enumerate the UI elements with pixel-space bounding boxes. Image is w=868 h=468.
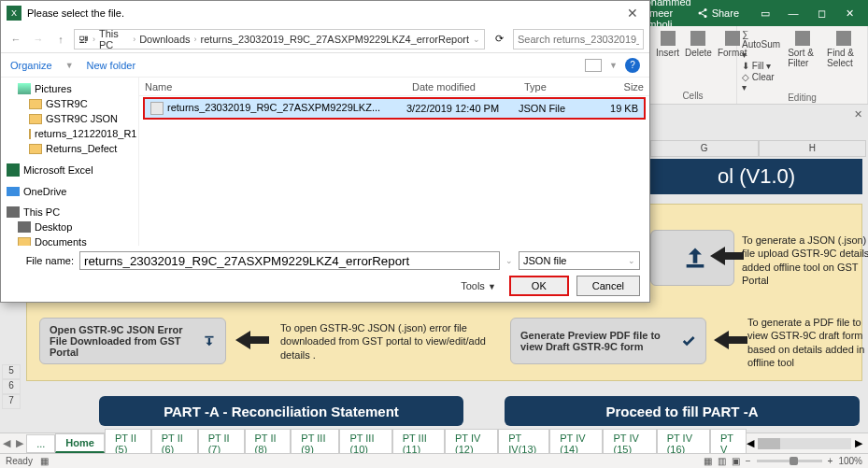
folder-icon [7,206,20,218]
maximize-icon[interactable]: ◻ [808,4,834,22]
scroll-left[interactable]: ◀ [747,437,754,449]
tab[interactable]: ... [26,434,55,453]
upload-desc: To generate a JSON (.json) file upload G… [742,234,868,287]
file-list: Name Date modified Type Size returns_230… [139,78,649,246]
folder-icon [29,114,42,124]
tree-item[interactable]: Desktop [3,220,136,234]
help-icon[interactable]: ? [625,58,640,73]
checkmark-icon [681,328,696,354]
dialog-title: Please select the file. [27,7,124,19]
col-size[interactable]: Size [593,81,649,92]
tree-item[interactable]: GSTR9C JSON [3,111,136,126]
row-numbers: 5 6 7 [2,364,21,409]
open-desc: To open GSTR-9C JSON (.json) error file … [280,321,495,362]
folder-icon [18,237,31,247]
file-icon [150,102,164,115]
tab-home[interactable]: Home [55,433,105,453]
zoom-out[interactable]: − [746,456,751,466]
share-button[interactable]: Share [691,6,745,21]
folder-icon [7,187,20,196]
folder-icon [29,99,42,109]
tree-item[interactable]: GSTR9C [3,96,136,111]
clear-button[interactable]: ◇ Clear ▾ [742,72,780,92]
tool-banner: ol (V1.0) [650,159,862,194]
zoom-slider[interactable] [757,460,822,462]
arrow-icon [714,331,747,349]
nav-up-icon[interactable]: ↑ [51,30,70,49]
proceed-button[interactable]: Proceed to fill PART -A [505,396,860,426]
svg-rect-3 [687,264,704,268]
folder-icon [7,163,20,177]
fill-button[interactable]: ⬇ Fill ▾ [742,61,780,71]
status-bar: Ready ▦ ▦ ▥ ▣ − + 100% [0,453,868,468]
close-workbook-icon[interactable]: ✕ [851,108,864,121]
folder-icon [18,221,31,233]
view-options-icon[interactable] [585,59,602,72]
minimize-icon[interactable]: — [780,4,806,22]
close-icon[interactable]: ✕ [621,6,644,21]
chevron-down-icon[interactable]: ⌄ [473,35,480,44]
tab-nav-next[interactable]: ▶ [13,437,26,449]
scroll-right[interactable]: ▶ [855,437,862,449]
part-a-header: PART -A - Reconciliation Statement [99,396,463,426]
open-json-error-tile[interactable]: Open GSTR-9C JSON Error File Downloaded … [39,318,226,364]
tab-nav-prev[interactable]: ◀ [0,437,13,449]
generate-pdf-tile[interactable]: Generate Preview PDF file to view Draft … [510,318,706,364]
tree-item[interactable]: returns_12122018_R1_07A [3,126,136,141]
tools-menu[interactable]: Tools ▼ [461,280,496,291]
ribbon-options-icon[interactable]: ▭ [752,4,778,22]
folder-icon [29,144,42,154]
excel-titlebar: Mohammed Sameer Tamboli Share ▭ — ◻ ✕ [649,0,868,26]
zoom-level[interactable]: 100% [838,456,862,466]
arrow-icon [710,247,744,265]
tree-item[interactable]: Microsoft Excel [3,162,136,178]
col-name[interactable]: Name [139,81,406,92]
view-layout-icon[interactable]: ▥ [718,456,726,466]
pc-icon: 🖳 [78,34,89,45]
share-icon [697,7,708,19]
sort-filter-button[interactable]: Sort & Filter [786,29,819,92]
nav-back-icon[interactable]: ← [7,30,25,49]
view-normal-icon[interactable]: ▦ [704,456,712,466]
col-date[interactable]: Date modified [406,81,519,92]
find-select-button[interactable]: Find & Select [825,29,862,92]
new-folder-button[interactable]: New folder [87,60,136,71]
breadcrumb[interactable]: 🖳› This PC› Downloads› returns_23032019_… [74,29,485,50]
close-window-icon[interactable]: ✕ [836,4,862,22]
insert-button[interactable]: Insert [654,29,681,60]
ribbon: Insert Delete Format Cells ∑ AutoSum ▾ ⬇… [649,26,868,105]
gen-desc: To generate a PDF file to view GSTR-9C d… [747,316,868,369]
download-icon [203,328,216,354]
nav-forward-icon[interactable]: → [29,30,48,49]
tree-item[interactable]: OneDrive [3,184,136,199]
cancel-button[interactable]: Cancel [576,276,640,296]
delete-button[interactable]: Delete [683,29,714,60]
h-scrollbar[interactable] [758,438,851,449]
tree-item[interactable]: Documents [3,234,136,246]
filename-input[interactable] [79,251,500,270]
excel-icon: X [7,6,21,21]
filename-label: File name: [10,255,74,266]
column-headers: G H [650,140,866,157]
tree-item[interactable]: Returns_Defect [3,141,136,156]
folder-icon [29,129,31,139]
autosum-button[interactable]: ∑ AutoSum ▾ [742,29,780,60]
file-row[interactable]: returns_23032019_R9C_27ASXPM9229LKZ... 3… [145,99,644,118]
tree-item[interactable]: This PC [3,205,136,220]
file-open-dialog: X Please select the file. ✕ ← → ↑ 🖳› Thi… [0,0,650,303]
view-break-icon[interactable]: ▣ [732,456,740,466]
zoom-in[interactable]: + [828,456,833,466]
folder-tree[interactable]: PicturesGSTR9CGSTR9C JSONreturns_1212201… [1,78,139,246]
tree-item[interactable]: Pictures [3,81,136,96]
filetype-select[interactable]: JSON file⌄ [519,251,640,270]
sheet-tabs: ◀ ▶ ... Home PT II (5) PT II (6) PT II (… [0,433,868,453]
svg-rect-4 [205,336,213,338]
organize-menu[interactable]: Organize [10,60,52,71]
ok-button[interactable]: OK [509,276,569,296]
col-type[interactable]: Type [519,81,593,92]
upload-icon [682,245,708,271]
folder-icon [18,83,31,94]
search-input[interactable] [513,29,644,50]
refresh-icon[interactable]: ⟳ [489,33,509,45]
arrow-icon [235,331,269,349]
